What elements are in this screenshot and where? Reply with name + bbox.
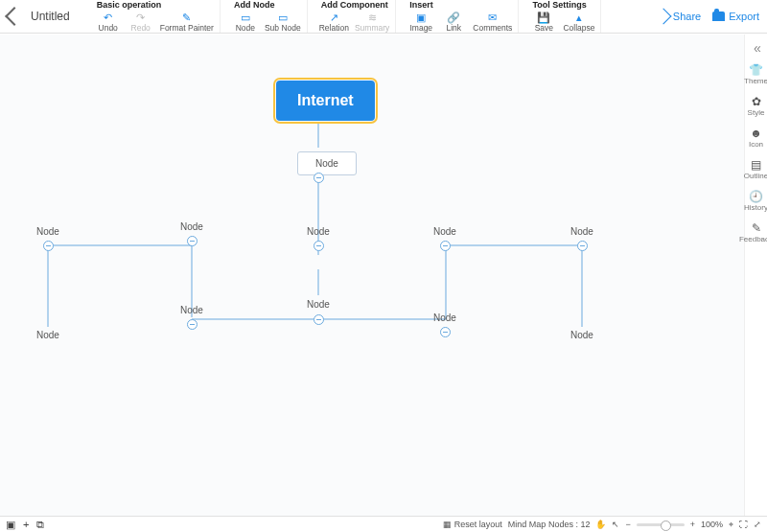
feedback-label: Feedback bbox=[739, 235, 767, 243]
topbar: Untitled Basic operation↶Undo↷Redo✎Forma… bbox=[0, 0, 767, 34]
toggle-icon[interactable] bbox=[314, 314, 324, 325]
save-button[interactable]: 💾Save bbox=[530, 12, 557, 33]
toolbar-group: Add Node▭Node▭Sub Node bbox=[226, 0, 308, 33]
outline-label: Outline bbox=[744, 172, 767, 180]
add-subnode-icon: ▭ bbox=[276, 12, 290, 23]
cursor-tool-button[interactable]: ↖ bbox=[612, 520, 619, 529]
relation-button[interactable]: ↗Relation bbox=[319, 12, 349, 33]
node-l2d-label[interactable]: Node bbox=[433, 226, 456, 237]
node-l2c-label[interactable]: Node bbox=[307, 226, 330, 237]
top-right: Share Export bbox=[658, 11, 759, 22]
image-label: Image bbox=[409, 23, 432, 33]
zoom-in-button[interactable]: + bbox=[690, 520, 695, 529]
add-node-button[interactable]: ▭Node bbox=[232, 12, 259, 33]
node-l3a-label[interactable]: Node bbox=[36, 330, 59, 340]
theme-label: Theme bbox=[744, 77, 767, 85]
zoom-knob[interactable] bbox=[661, 520, 671, 531]
side-theme-button[interactable]: 👕Theme bbox=[739, 63, 767, 85]
node-l2e-label[interactable]: Node bbox=[570, 226, 593, 237]
save-icon: 💾 bbox=[537, 12, 550, 23]
summary-button[interactable]: ≋Summary bbox=[355, 12, 389, 33]
root-node[interactable]: Internet bbox=[276, 81, 375, 121]
undo-button[interactable]: ↶Undo bbox=[95, 12, 122, 33]
export-icon bbox=[712, 12, 725, 21]
fullscreen-button[interactable]: ⤢ bbox=[754, 520, 761, 529]
comments-icon: ✉ bbox=[486, 12, 500, 23]
outline-icon: ▤ bbox=[750, 158, 763, 172]
toggle-icon[interactable] bbox=[187, 236, 198, 246]
comments-label: Comments bbox=[473, 23, 512, 33]
link-label: Link bbox=[446, 23, 461, 33]
relation-label: Relation bbox=[319, 23, 349, 33]
format-painter-icon: ✎ bbox=[180, 12, 194, 23]
side-outline-button[interactable]: ▤Outline bbox=[739, 158, 767, 180]
reset-layout-button[interactable]: ▦ Reset layout bbox=[443, 520, 502, 529]
add-page-button[interactable]: ▣ bbox=[6, 519, 15, 531]
fit-button[interactable]: ⛶ bbox=[739, 520, 748, 529]
node-l2a-label[interactable]: Node bbox=[36, 226, 59, 237]
collapse-label: Collapse bbox=[563, 23, 594, 33]
icon-label: Icon bbox=[749, 140, 763, 149]
link-icon: 🔗 bbox=[447, 12, 460, 23]
node-l2b-label[interactable]: Node bbox=[180, 221, 203, 232]
hand-tool-button[interactable]: ✋ bbox=[595, 520, 606, 529]
zoom-slider[interactable] bbox=[637, 523, 685, 526]
comments-button[interactable]: ✉Comments bbox=[473, 12, 512, 33]
toggle-icon[interactable] bbox=[314, 241, 324, 251]
group-header: Insert bbox=[407, 0, 512, 10]
add-subnode-button[interactable]: ▭Sub Node bbox=[265, 12, 301, 33]
export-button[interactable]: Export bbox=[712, 11, 759, 22]
history-icon: 🕘 bbox=[750, 190, 763, 203]
add-node-label: Node bbox=[236, 23, 255, 33]
node-l3d-label[interactable]: Node bbox=[433, 312, 456, 323]
side-feedback-button[interactable]: ✎Feedback bbox=[739, 221, 767, 243]
template-button[interactable]: ⧉ bbox=[36, 519, 44, 531]
undo-label: Undo bbox=[99, 23, 118, 33]
node-l3c-label[interactable]: Node bbox=[307, 299, 330, 310]
toggle-icon[interactable] bbox=[440, 241, 451, 251]
status-bar: ▣ + ⧉ ▦ Reset layout Mind Map Nodes : 12… bbox=[0, 516, 767, 532]
group-header: Add Component bbox=[319, 0, 390, 10]
summary-label: Summary bbox=[355, 23, 389, 33]
share-icon bbox=[655, 9, 671, 25]
side-style-button[interactable]: ✿Style bbox=[739, 95, 767, 117]
image-button[interactable]: ▣Image bbox=[407, 12, 434, 33]
format-painter-button[interactable]: ✎Format Painter bbox=[160, 12, 214, 33]
toolbar-group: Insert▣Image🔗Link✉Comments bbox=[402, 0, 519, 33]
back-button[interactable] bbox=[5, 7, 24, 26]
relation-icon: ↗ bbox=[327, 12, 340, 23]
toggle-icon[interactable] bbox=[440, 327, 451, 337]
style-icon: ✿ bbox=[750, 95, 763, 108]
save-label: Save bbox=[535, 23, 553, 33]
node-count: Mind Map Nodes : 12 bbox=[508, 520, 591, 529]
side-icon-button[interactable]: ☻Icon bbox=[739, 127, 767, 149]
toolbar-group: Add Component↗Relation≋Summary bbox=[314, 0, 397, 33]
collapse-panel-button[interactable]: « bbox=[754, 40, 758, 56]
link-button[interactable]: 🔗Link bbox=[440, 12, 467, 33]
style-label: Style bbox=[748, 108, 765, 117]
toggle-icon[interactable] bbox=[43, 241, 54, 251]
toolbar-groups: Basic operation↶Undo↷Redo✎Format Painter… bbox=[89, 0, 608, 33]
document-title[interactable]: Untitled bbox=[31, 10, 70, 23]
zoom-out-button[interactable]: − bbox=[625, 520, 630, 529]
toggle-icon[interactable] bbox=[314, 173, 324, 183]
group-header: Add Node bbox=[232, 0, 301, 10]
canvas[interactable]: Internet Node Node Node Node Node Node N… bbox=[0, 35, 745, 516]
toggle-icon[interactable] bbox=[577, 241, 588, 251]
image-icon: ▣ bbox=[414, 12, 428, 23]
collapse-button[interactable]: ▴Collapse bbox=[563, 12, 594, 33]
group-header: Tool Settings bbox=[530, 0, 594, 10]
recenter-button[interactable]: ⌖ bbox=[729, 520, 733, 530]
toolbar-group: Basic operation↶Undo↷Redo✎Format Painter bbox=[89, 0, 221, 33]
icon-icon: ☻ bbox=[750, 127, 763, 140]
toggle-icon[interactable] bbox=[187, 319, 198, 330]
zoom-value: 100% bbox=[701, 520, 723, 529]
new-button[interactable]: + bbox=[23, 519, 29, 530]
node-l3e-label[interactable]: Node bbox=[570, 330, 593, 340]
node-l1[interactable]: Node bbox=[297, 151, 357, 175]
share-button[interactable]: Share bbox=[658, 11, 701, 22]
side-history-button[interactable]: 🕘History bbox=[739, 190, 767, 212]
redo-button[interactable]: ↷Redo bbox=[128, 12, 154, 33]
node-l3b-label[interactable]: Node bbox=[180, 305, 203, 315]
add-node-icon: ▭ bbox=[239, 12, 252, 23]
